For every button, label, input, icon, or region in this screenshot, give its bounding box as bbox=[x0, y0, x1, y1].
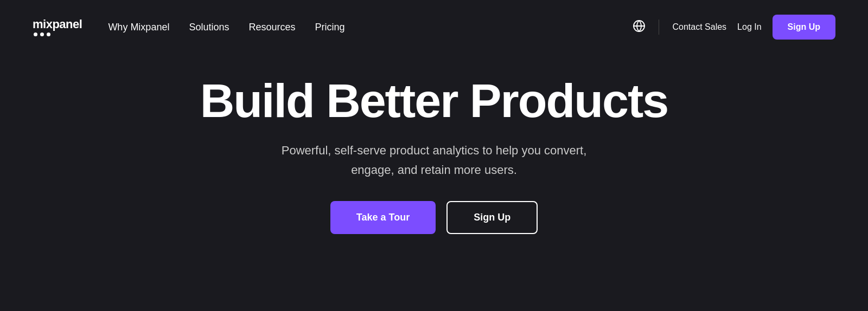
nav-divider bbox=[659, 20, 659, 35]
logo-dot-1 bbox=[34, 33, 37, 36]
navbar: mixpanel Why Mixpanel Solutions Resource… bbox=[0, 0, 868, 54]
navbar-left: mixpanel Why Mixpanel Solutions Resource… bbox=[33, 18, 345, 36]
hero-title: Build Better Products bbox=[200, 76, 668, 126]
nav-link-resources[interactable]: Resources bbox=[248, 22, 295, 33]
nav-item-pricing[interactable]: Pricing bbox=[315, 22, 345, 33]
globe-icon[interactable] bbox=[633, 20, 646, 35]
logo-dot-2 bbox=[40, 33, 44, 36]
logo-dot-3 bbox=[47, 33, 50, 36]
logo-text: mixpanel bbox=[33, 18, 82, 30]
logo-dots bbox=[33, 33, 82, 36]
signup-button-hero[interactable]: Sign Up bbox=[446, 201, 538, 234]
hero-section: Build Better Products Powerful, self-ser… bbox=[0, 54, 868, 267]
nav-link-why-mixpanel[interactable]: Why Mixpanel bbox=[108, 22, 169, 33]
nav-item-why-mixpanel[interactable]: Why Mixpanel bbox=[108, 22, 169, 33]
navbar-right: Contact Sales Log In Sign Up bbox=[633, 15, 835, 40]
nav-item-solutions[interactable]: Solutions bbox=[189, 22, 229, 33]
nav-link-solutions[interactable]: Solutions bbox=[189, 22, 229, 33]
hero-buttons: Take a Tour Sign Up bbox=[330, 201, 538, 234]
hero-subtitle: Powerful, self-serve product analytics t… bbox=[266, 141, 602, 179]
signup-button-nav[interactable]: Sign Up bbox=[773, 15, 835, 40]
login-link[interactable]: Log In bbox=[737, 22, 761, 32]
nav-link-pricing[interactable]: Pricing bbox=[315, 22, 345, 33]
nav-item-resources[interactable]: Resources bbox=[248, 22, 295, 33]
logo[interactable]: mixpanel bbox=[33, 18, 82, 36]
take-tour-button[interactable]: Take a Tour bbox=[330, 201, 436, 234]
nav-links: Why Mixpanel Solutions Resources Pricing bbox=[108, 22, 344, 33]
contact-sales-link[interactable]: Contact Sales bbox=[672, 22, 726, 32]
